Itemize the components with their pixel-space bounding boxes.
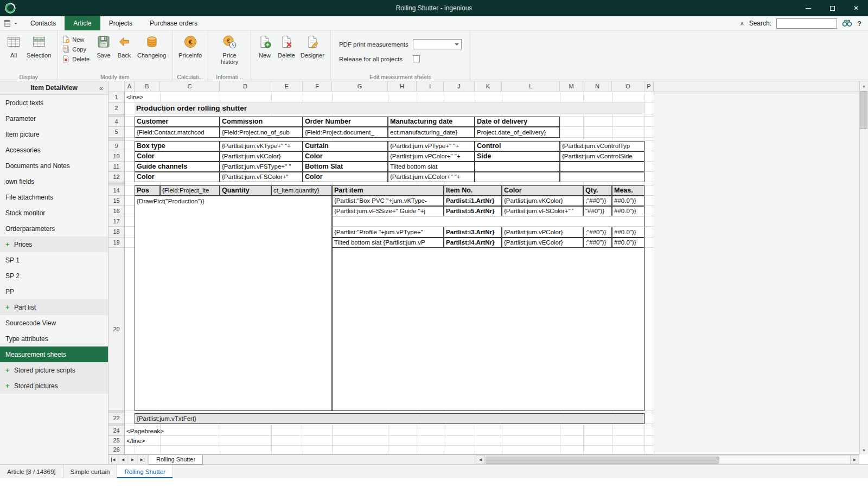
col-header-P[interactable]: P bbox=[644, 81, 654, 92]
col-header-F[interactable]: F bbox=[303, 81, 332, 92]
cell-J19[interactable]: Partlist:i4.ArtNr} bbox=[444, 237, 502, 248]
cell-B11[interactable]: Guide channels bbox=[135, 162, 220, 172]
sidebar-item-pp[interactable]: PP bbox=[0, 284, 108, 299]
status-tab-rolling-shutter[interactable]: Rolling Shutter bbox=[117, 465, 173, 478]
menu-tab-purchase-orders[interactable]: Purchase orders bbox=[141, 16, 206, 30]
cell-D14[interactable]: Quantity bbox=[220, 185, 271, 196]
row-header-19[interactable]: 19 bbox=[108, 237, 125, 248]
col-header-E[interactable]: E bbox=[271, 81, 303, 92]
col-header-I[interactable]: I bbox=[417, 81, 444, 92]
cell-M10[interactable]: {Partlist:jum.vControlSide bbox=[560, 151, 644, 162]
cell-L15[interactable]: {Partlist:jum.vKColor} bbox=[502, 196, 583, 206]
scroll-up-icon[interactable]: ▲ bbox=[860, 81, 868, 90]
sidebar-item-measurement-sheets[interactable]: Measurement sheets bbox=[0, 346, 108, 362]
maximize-button[interactable] bbox=[820, 0, 844, 16]
cell-L18[interactable]: {Partlist:jum.vPColor} bbox=[502, 227, 583, 237]
cell-B4[interactable]: Customer bbox=[135, 117, 220, 127]
sidebar-item-stored-pictures[interactable]: +Stored pictures bbox=[0, 378, 108, 394]
cell-B5[interactable]: {Field:Contact.matchcod bbox=[135, 127, 220, 138]
col-header-N[interactable]: N bbox=[583, 81, 612, 92]
row-header-25[interactable]: 25 bbox=[108, 436, 125, 446]
cell-O19[interactable]: ##0.0")} bbox=[612, 237, 644, 248]
col-header-O[interactable]: O bbox=[612, 81, 644, 92]
status-tab-simple-curtain[interactable]: Simple curtain bbox=[63, 465, 118, 478]
row-header-9[interactable]: 9 bbox=[108, 141, 125, 151]
new-button[interactable]: New bbox=[254, 33, 275, 59]
cell-N15[interactable]: ;"##0")} bbox=[583, 196, 612, 206]
cell-M11[interactable] bbox=[560, 162, 644, 172]
col-header-H[interactable]: H bbox=[388, 81, 417, 92]
sidebar-item-sourcecode-view[interactable]: Sourcecode View bbox=[0, 315, 108, 331]
row-header-22[interactable]: 22 bbox=[108, 413, 125, 424]
row-header-18[interactable]: 18 bbox=[108, 227, 125, 237]
cell-L16[interactable]: {Partlist:jum.vFSColor+" ' bbox=[502, 206, 583, 216]
row-header-1[interactable]: 1 bbox=[108, 92, 125, 102]
cell-A24[interactable]: <Pagebreak> bbox=[125, 426, 220, 436]
all-button[interactable]: All bbox=[3, 33, 24, 59]
selection-button[interactable]: Selection bbox=[24, 33, 54, 59]
horizontal-scroll-track[interactable] bbox=[485, 455, 850, 464]
cell-K5[interactable]: Project.date_of_delivery} bbox=[475, 127, 560, 138]
search-input[interactable] bbox=[776, 18, 837, 29]
save-button[interactable]: Save bbox=[93, 33, 114, 59]
cell-O18[interactable]: ##0.0")} bbox=[612, 227, 644, 237]
horizontal-scroll-thumb[interactable] bbox=[486, 457, 719, 464]
cell-G16[interactable]: {Partlist:jum.vFSSize+" Guide "+j bbox=[332, 206, 444, 216]
cell-N16[interactable]: "##0")} bbox=[583, 206, 612, 216]
cell-K12[interactable] bbox=[475, 172, 560, 182]
cell-B9[interactable]: Box type bbox=[135, 141, 220, 151]
cell-B15[interactable]: {DrawPict("Production")} bbox=[135, 196, 332, 411]
cell-A1[interactable]: <line> bbox=[125, 92, 220, 102]
cell-D9[interactable]: {Partlist:jum.vKType+" "+ bbox=[220, 141, 303, 151]
back-button[interactable]: Back bbox=[114, 33, 135, 59]
sheet-nav-prev-button[interactable]: ◀ bbox=[118, 455, 128, 464]
col-header-C[interactable]: C bbox=[160, 81, 220, 92]
cell-H5[interactable]: ect.manufacturing_date} bbox=[388, 127, 475, 138]
cell-H4[interactable]: Manufacturing date bbox=[388, 117, 475, 127]
cell-H12[interactable]: {Partlist:jum.vEColor+" "+ bbox=[388, 172, 475, 182]
cell-K11[interactable] bbox=[475, 162, 560, 172]
cell-B12[interactable]: Color bbox=[135, 172, 220, 182]
cell-D11[interactable]: {Partlist:jum.vFSType+" " bbox=[220, 162, 303, 172]
cell-B14[interactable]: Pos bbox=[135, 185, 160, 196]
sheet-tab-rolling-shutter[interactable]: Rolling Shutter bbox=[149, 455, 203, 465]
cell-D12[interactable]: {Partlist:jum.vFSColor+" bbox=[220, 172, 303, 182]
cell-L19[interactable]: {Partlist:jum.vEColor} bbox=[502, 237, 583, 248]
sheet-nav-next-button[interactable]: ▶ bbox=[128, 455, 138, 464]
sidebar-item-accessories[interactable]: Accessories bbox=[0, 142, 108, 158]
col-header-B[interactable]: B bbox=[135, 81, 160, 92]
cell-D10[interactable]: {Partlist:jum.vKColor} bbox=[220, 151, 303, 162]
cell-L14[interactable]: Color bbox=[502, 185, 583, 196]
new-button[interactable]: New bbox=[61, 35, 91, 44]
scroll-right-icon[interactable]: ▶ bbox=[850, 455, 859, 464]
row-header-4[interactable]: 4 bbox=[108, 117, 125, 127]
sidebar-item-parameter[interactable]: Parameter bbox=[0, 111, 108, 126]
row-header-2[interactable]: 2 bbox=[108, 102, 125, 114]
sheet-corner[interactable] bbox=[108, 81, 125, 92]
cell-E14[interactable]: ct_item.quantity} bbox=[271, 185, 332, 196]
row-header-17[interactable]: 17 bbox=[108, 216, 125, 227]
copy-button[interactable]: Copy bbox=[61, 45, 91, 54]
cell-H9[interactable]: {Partlist:jum.vPType+" "+ bbox=[388, 141, 475, 151]
cell-F12[interactable]: Color bbox=[303, 172, 388, 182]
col-header-A[interactable]: A bbox=[125, 81, 135, 92]
sidebar-item-type-attributes[interactable]: Type attributes bbox=[0, 331, 108, 346]
cell-O14[interactable]: Meas. bbox=[612, 185, 644, 196]
col-header-K[interactable]: K bbox=[475, 81, 502, 92]
changelog-button[interactable]: Changelog bbox=[135, 33, 169, 59]
cell-N19[interactable]: ;"##0")} bbox=[583, 237, 612, 248]
sidebar-item-own-fields[interactable]: own fields bbox=[0, 174, 108, 189]
sidebar-item-item-picture[interactable]: Item picture bbox=[0, 126, 108, 142]
main-menu-button[interactable] bbox=[0, 16, 22, 30]
cell-F9[interactable]: Curtain bbox=[303, 141, 388, 151]
sidebar-item-sp-2[interactable]: SP 2 bbox=[0, 268, 108, 284]
cell-J18[interactable]: Partlist:i3.ArtNr} bbox=[444, 227, 502, 237]
col-header-J[interactable]: J bbox=[444, 81, 475, 92]
minimize-button[interactable] bbox=[796, 0, 820, 16]
sidebar-item-product-texts[interactable]: Product texts bbox=[0, 95, 108, 111]
sidebar-item-part-list[interactable]: +Part list bbox=[0, 299, 108, 315]
row-header-16[interactable]: 16 bbox=[108, 206, 125, 216]
cell-F5[interactable]: {Field:Project.document_ bbox=[303, 127, 388, 138]
row-header-12[interactable]: 12 bbox=[108, 172, 125, 182]
status-tab-article-3-14369[interactable]: Article [3 / 14369] bbox=[0, 465, 63, 478]
